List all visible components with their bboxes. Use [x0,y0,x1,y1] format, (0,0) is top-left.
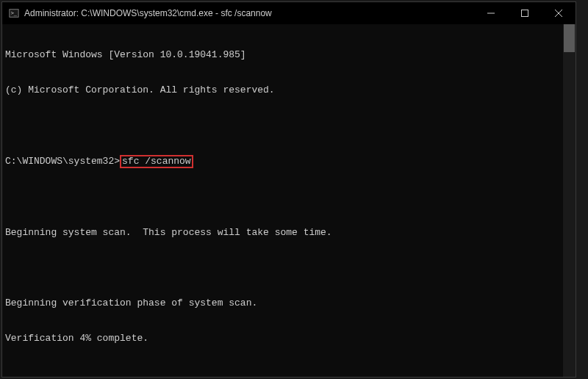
cmd-icon: >_ [8,7,20,19]
svg-text:>_: >_ [11,10,18,16]
output-line: Microsoft Windows [Version 10.0.19041.98… [5,49,560,61]
maximize-button[interactable] [508,2,542,24]
terminal-content[interactable]: Microsoft Windows [Version 10.0.19041.98… [2,24,563,377]
output-line: Beginning system scan. This process will… [5,227,560,239]
terminal-window: >_ Administrator: C:\WINDOWS\system32\cm… [1,1,576,378]
output-line [5,192,560,203]
vertical-scrollbar[interactable] [563,24,576,377]
window-title: Administrator: C:\WINDOWS\system32\cmd.e… [24,8,474,18]
output-line: Verification 4% complete. [5,333,560,344]
output-line: (c) Microsoft Corporation. All rights re… [5,84,560,96]
command-highlight: sfc /scannow [120,155,193,168]
output-line [5,120,560,131]
svg-rect-3 [522,10,528,17]
titlebar[interactable]: >_ Administrator: C:\WINDOWS\system32\cm… [2,2,576,24]
output-line: Beginning verification phase of system s… [5,297,560,309]
prompt-line: C:\WINDOWS\system32>sfc /scannow [5,155,560,168]
close-button[interactable] [542,2,576,24]
scrollbar-thumb[interactable] [564,24,575,52]
minimize-button[interactable] [474,2,508,24]
window-controls [474,2,576,24]
prompt-text: C:\WINDOWS\system32> [5,156,120,167]
output-line [5,262,560,274]
terminal-area: Microsoft Windows [Version 10.0.19041.98… [2,24,576,377]
